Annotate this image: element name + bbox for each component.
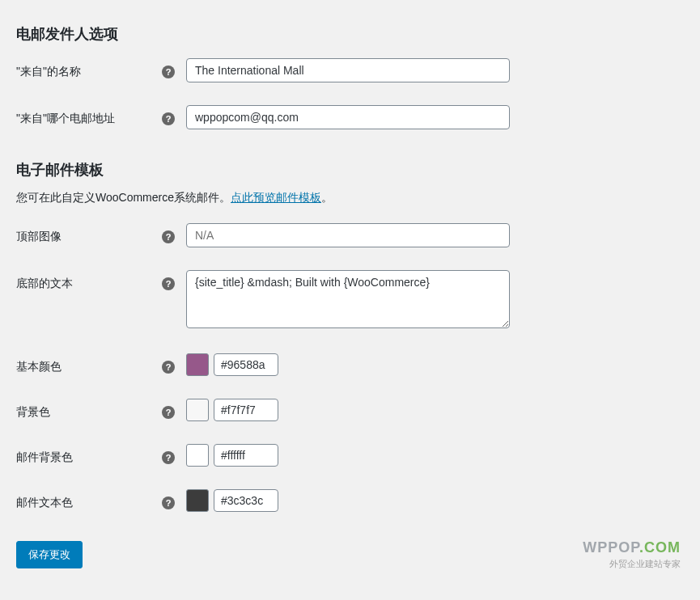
body-bg-color-label: 邮件背景色 <box>16 450 162 465</box>
from-address-label: "来自"哪个电邮地址 <box>16 112 162 126</box>
help-icon[interactable]: ? <box>162 496 175 509</box>
help-icon[interactable]: ? <box>162 65 175 78</box>
template-description: 您可在此自定义WooCommerce系统邮件。点此预览邮件模板。 <box>16 191 684 205</box>
header-image-input[interactable] <box>186 223 510 247</box>
body-bg-color-swatch[interactable] <box>186 444 209 467</box>
background-color-label: 背景色 <box>16 405 162 420</box>
desc-prefix: 您可在此自定义WooCommerce系统邮件。 <box>16 191 231 204</box>
help-icon[interactable]: ? <box>162 112 175 125</box>
help-icon[interactable]: ? <box>162 406 175 419</box>
body-bg-color-input[interactable] <box>214 444 278 467</box>
from-address-input[interactable] <box>186 105 510 129</box>
background-color-swatch[interactable] <box>186 399 209 421</box>
help-icon[interactable]: ? <box>162 361 175 374</box>
sender-options-heading: 电邮发件人选项 <box>16 24 684 44</box>
body-text-color-label: 邮件文本色 <box>16 496 162 510</box>
body-text-color-swatch[interactable] <box>186 489 209 512</box>
footer-text-textarea[interactable] <box>186 270 510 328</box>
base-color-input[interactable] <box>214 353 278 376</box>
footer-text-label: 底部的文本 <box>16 277 162 291</box>
help-icon[interactable]: ? <box>162 230 175 243</box>
desc-suffix: 。 <box>321 191 333 204</box>
save-button[interactable]: 保存更改 <box>16 541 83 568</box>
email-template-heading: 电子邮件模板 <box>16 160 684 180</box>
background-color-input[interactable] <box>214 399 278 421</box>
from-name-input[interactable] <box>186 58 510 82</box>
body-text-color-input[interactable] <box>214 489 278 512</box>
help-icon[interactable]: ? <box>162 451 175 464</box>
preview-template-link[interactable]: 点此预览邮件模板 <box>231 191 321 204</box>
watermark-brand-2: .COM <box>639 539 681 556</box>
help-icon[interactable]: ? <box>162 277 175 290</box>
base-color-label: 基本颜色 <box>16 360 162 374</box>
header-image-label: 顶部图像 <box>16 230 162 244</box>
watermark-subtitle: 外贸企业建站专家 <box>583 558 681 570</box>
from-name-label: "来自"的名称 <box>16 65 162 79</box>
watermark: WPPOP.COM 外贸企业建站专家 <box>583 539 681 570</box>
base-color-swatch[interactable] <box>186 353 209 376</box>
watermark-brand-1: WPPOP <box>583 539 639 556</box>
